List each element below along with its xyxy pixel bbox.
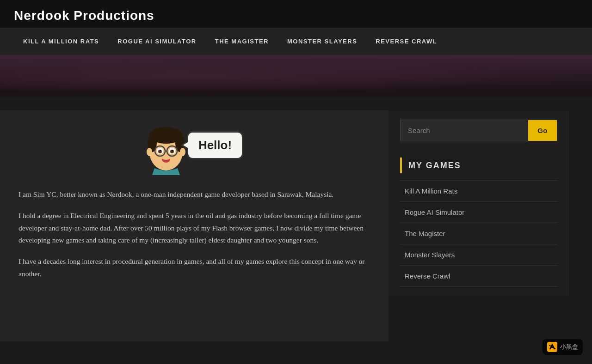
- my-games-header: MY GAMES: [400, 158, 557, 173]
- content-wrapper: Hello! I am Sim YC, better known as Nerd…: [0, 110, 592, 360]
- main-column: Hello! I am Sim YC, better known as Nerd…: [0, 110, 388, 341]
- my-games-section: MY GAMES Kill A Million Rats Rogue AI Si…: [400, 158, 557, 287]
- nav-item-reverse-crawl[interactable]: REVERSE CRAWL: [366, 28, 446, 55]
- nav-item-kill-a-million-rats[interactable]: KILL A MILLION RATS: [14, 28, 108, 55]
- hello-image: Hello!: [18, 124, 370, 177]
- spacer: [0, 97, 592, 110]
- game-list-item-kill-a-million-rats[interactable]: Kill A Million Rats: [400, 180, 557, 202]
- games-list: Kill A Million Rats Rogue AI Simulator T…: [400, 180, 557, 287]
- bio-paragraph-2: I hold a degree in Electrical Engineerin…: [18, 210, 370, 246]
- watermark-text: 小黑盒: [560, 343, 578, 351]
- watermark-logo: [547, 342, 557, 352]
- game-list-item-monster-slayers[interactable]: Monster Slayers: [400, 244, 557, 266]
- search-container: Go: [400, 120, 557, 141]
- main-nav: KILL A MILLION RATS ROGUE AI SIMULATOR T…: [0, 28, 592, 55]
- game-list-item-reverse-crawl[interactable]: Reverse Crawl: [400, 266, 557, 287]
- my-games-bar: [400, 158, 402, 173]
- game-list-item-the-magister[interactable]: The Magister: [400, 223, 557, 244]
- nav-item-rogue-ai-simulator[interactable]: ROGUE AI SIMULATOR: [108, 28, 205, 55]
- bio-paragraph-1: I am Sim YC, better known as Nerdook, a …: [18, 188, 370, 200]
- sidebar: Go MY GAMES Kill A Million Rats Rogue AI…: [388, 110, 569, 296]
- character-face: [145, 124, 182, 166]
- site-title: Nerdook Productions: [14, 8, 578, 23]
- svg-point-15: [162, 156, 170, 160]
- nav-item-monster-slayers[interactable]: MONSTER SLAYERS: [278, 28, 366, 55]
- bio-paragraph-3: I have a decades long interest in proced…: [18, 255, 370, 280]
- nav-item-the-magister[interactable]: THE MAGISTER: [206, 28, 278, 55]
- search-button[interactable]: Go: [528, 120, 557, 141]
- hero-banner: [0, 55, 592, 97]
- svg-point-13: [172, 150, 173, 152]
- character-container: Hello!: [145, 124, 243, 166]
- search-input[interactable]: [401, 120, 528, 141]
- game-list-item-rogue-ai-simulator[interactable]: Rogue AI Simulator: [400, 202, 557, 223]
- my-games-title: MY GAMES: [408, 161, 461, 170]
- svg-point-16: [147, 148, 152, 156]
- site-header: Nerdook Productions: [0, 0, 592, 28]
- svg-point-12: [160, 150, 161, 152]
- watermark: 小黑盒: [543, 339, 583, 355]
- speech-bubble: Hello!: [187, 131, 243, 159]
